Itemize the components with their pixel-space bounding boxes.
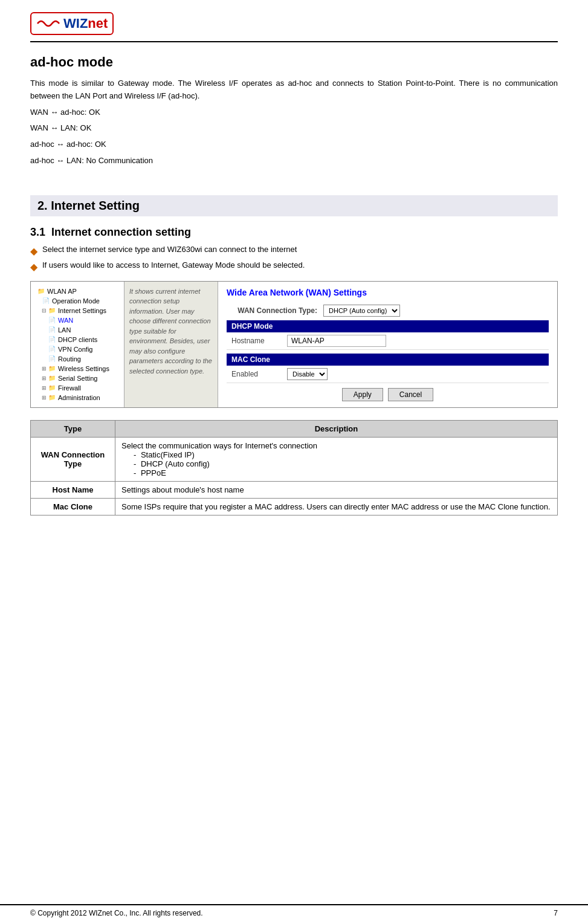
folder-icon-3: 📁	[48, 374, 56, 383]
tree-label-8: Wireless Settings	[58, 365, 109, 372]
page-footer: © Copyright 2012 WIZnet Co., Inc. All ri…	[0, 904, 588, 921]
section1-line1: WAN ↔ ad-hoc: OK	[30, 106, 558, 119]
tree-root-label: WLAN AP	[47, 288, 77, 295]
tree-label-7: Routing	[58, 355, 81, 363]
enabled-select[interactable]: Disable Enable	[287, 368, 328, 380]
table-col2-header: Description	[115, 420, 558, 437]
wan-buttons: Apply Cancel	[227, 388, 549, 401]
section1-paragraph: This mode is similar to Gateway mode. Th…	[30, 77, 558, 103]
expand-icon-4: ⊞	[42, 385, 47, 391]
bullet2: ◆ If users would like to access to Inter…	[30, 260, 558, 273]
wan-connection-type-select[interactable]: DHCP (Auto config) Static(Fixed IP) PPPo…	[323, 305, 400, 317]
footer-copyright: © Copyright 2012 WIZnet Co., Inc. All ri…	[30, 909, 203, 917]
list-item-static: Static(Fixed IP)	[134, 450, 551, 459]
section2-heading: Internet Setting	[51, 199, 140, 212]
expand-icon-3: ⊞	[42, 375, 47, 381]
tree-item-routing[interactable]: 📄 Routing	[31, 354, 124, 364]
table-row-hostname: Host Name Settings about module's host n…	[31, 481, 558, 498]
page-icon-wan: 📄	[48, 316, 56, 325]
section2-number: 2.	[37, 199, 48, 212]
bullet-diamond-icon2: ◆	[30, 261, 37, 273]
folder-icon-5: 📁	[48, 393, 56, 402]
folder-icon-1: 📁	[48, 306, 56, 315]
wan-connection-type-label: WAN Connection Type:	[227, 306, 323, 315]
page-icon-routing: 📄	[48, 355, 56, 363]
hostname-row: Hostname	[227, 335, 549, 350]
table-type-macclone: Mac Clone	[31, 498, 115, 515]
dhcp-mode-header: DHCP Mode	[227, 320, 549, 332]
bullet1-text: Select the internet service type and WIZ…	[42, 245, 297, 254]
bullet2-text: If users would like to access to Interne…	[42, 260, 305, 270]
table-desc-macclone: Some ISPs require that you register a MA…	[115, 498, 558, 515]
tree-item-lan[interactable]: 📄 LAN	[31, 325, 124, 335]
tree-label-9: Serial Setting	[58, 375, 97, 382]
tree-label-4: LAN	[58, 326, 71, 334]
apply-button[interactable]: Apply	[342, 388, 383, 401]
logo-text2: net	[88, 16, 108, 31]
table-desc-hostname: Settings about module's host name	[115, 481, 558, 498]
section3-title: 3.1 Internet connection setting	[30, 226, 558, 239]
folder-icon-2: 📁	[48, 364, 56, 373]
table-type-hostname: Host Name	[31, 481, 115, 498]
table-desc-wan: Select the communication ways for Intern…	[115, 437, 558, 481]
logo-box: WIZnet	[30, 12, 114, 35]
section1-line4: ad-hoc ↔ LAN: No Communication	[30, 155, 558, 167]
tooltip-panel: It shows current internet connection set…	[124, 282, 218, 407]
table-type-wan: WAN ConnectionType	[31, 437, 115, 481]
hostname-label: Hostname	[227, 337, 287, 345]
page-icon-dhcp: 📄	[48, 335, 56, 344]
wan-settings-panel: Wide Area Network (WAN) Settings WAN Con…	[218, 282, 557, 407]
cancel-button[interactable]: Cancel	[388, 388, 433, 401]
section1-title: ad-hoc mode	[30, 54, 558, 70]
logo-container: WIZnet	[30, 12, 114, 35]
table-row-wan: WAN ConnectionType Select the communicat…	[31, 437, 558, 481]
tree-item-dhcp[interactable]: 📄 DHCP clients	[31, 335, 124, 344]
tree-label-6: VPN Config	[58, 346, 92, 353]
section2-title: 2. Internet Setting	[30, 195, 558, 216]
tree-label-10: Firewall	[58, 384, 81, 392]
screenshot-panel: 📁 WLAN AP 📄 Operation Mode ⊟ 📁 Internet …	[30, 281, 558, 408]
bullet-diamond-icon: ◆	[30, 245, 37, 257]
tree-item-administration[interactable]: ⊞ 📁 Administration	[31, 393, 124, 402]
expand-icon-1: ⊟	[42, 308, 47, 314]
page-header: WIZnet	[30, 12, 558, 42]
tree-item-operation-mode[interactable]: 📄 Operation Mode	[31, 296, 124, 306]
tree-label-1: Operation Mode	[52, 297, 100, 305]
tree-item-vpn[interactable]: 📄 VPN Config	[31, 344, 124, 354]
root-folder-icon: 📁	[37, 287, 45, 296]
logo-text: WIZ	[63, 16, 88, 31]
tree-item-wireless[interactable]: ⊞ 📁 Wireless Settings	[31, 364, 124, 373]
tree-panel: 📁 WLAN AP 📄 Operation Mode ⊟ 📁 Internet …	[31, 282, 124, 407]
logo-wave-icon	[36, 18, 60, 30]
tree-item-serial[interactable]: ⊞ 📁 Serial Setting	[31, 373, 124, 383]
tree-item-firewall[interactable]: ⊞ 📁 Firewall	[31, 383, 124, 393]
wan-desc-list: Static(Fixed IP) DHCP (Auto config) PPPo…	[121, 450, 551, 477]
table-col1-header: Type	[31, 420, 115, 437]
tree-item-internet-settings[interactable]: ⊟ 📁 Internet Settings	[31, 306, 124, 315]
section1-line3: ad-hoc ↔ ad-hoc: OK	[30, 138, 558, 151]
tree-label-3: WAN	[58, 317, 73, 324]
page-icon-lan: 📄	[48, 326, 56, 334]
tree-label-2: Internet Settings	[58, 307, 106, 314]
mac-clone-header: MAC Clone	[227, 354, 549, 366]
list-item-pppoe: PPPoE	[134, 468, 551, 477]
expand-icon-5: ⊞	[42, 395, 47, 401]
section1-line2: WAN ↔ LAN: OK	[30, 122, 558, 135]
description-table: Type Description WAN ConnectionType Sele…	[30, 420, 558, 515]
expand-icon-2: ⊞	[42, 366, 47, 372]
tooltip-text: It shows current internet connection set…	[129, 288, 212, 375]
tree-item-wan[interactable]: 📄 WAN	[31, 315, 124, 325]
tree-label-11: Administration	[58, 394, 100, 401]
hostname-input[interactable]	[287, 335, 386, 347]
folder-icon-4: 📁	[48, 384, 56, 392]
tree-root: 📁 WLAN AP	[31, 286, 124, 296]
enabled-label: Enabled	[227, 370, 287, 378]
tree-label-5: DHCP clients	[58, 336, 97, 343]
bullet1: ◆ Select the internet service type and W…	[30, 245, 558, 257]
table-row-macclone: Mac Clone Some ISPs require that you reg…	[31, 498, 558, 515]
page-icon-1: 📄	[42, 297, 50, 305]
list-item-dhcp: DHCP (Auto config)	[134, 459, 551, 468]
footer-page-number: 7	[554, 909, 558, 917]
enabled-row: Enabled Disable Enable	[227, 368, 549, 383]
wan-connection-type-row: WAN Connection Type: DHCP (Auto config) …	[227, 305, 549, 317]
